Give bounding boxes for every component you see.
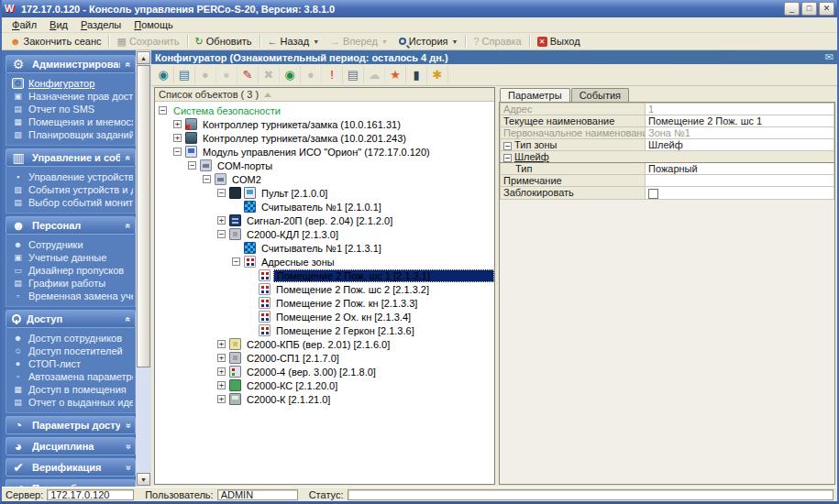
collapse-box-icon[interactable]: −: [217, 230, 226, 238]
expand-box-icon[interactable]: +: [217, 395, 226, 403]
sidebar-item[interactable]: ▭Дизайнер пропусков: [12, 264, 133, 277]
sidebar-section-1-header[interactable]: ⚙Администрирование«: [6, 55, 136, 73]
sidebar-item[interactable]: ▦Доступ в помещения: [12, 383, 133, 396]
tree-node[interactable]: −Адресные зоны: [155, 255, 494, 268]
collapse-box-icon[interactable]: −: [173, 148, 182, 156]
sidebar-item[interactable]: ▨События устройств и дейст...: [12, 183, 133, 196]
sidebar-section-7-header[interactable]: ✔Верификация«: [6, 458, 136, 477]
wizard-wand-button[interactable]: ✱: [427, 66, 448, 84]
property-value[interactable]: Зона №1: [646, 127, 834, 139]
property-group-row[interactable]: −Шлейф: [501, 151, 834, 163]
collapse-chevron-icon[interactable]: «: [124, 223, 134, 228]
menu-item-2[interactable]: Разделы: [74, 18, 127, 31]
sidebar-item[interactable]: ▤Выбор событий мониторинга: [12, 196, 133, 209]
checkbox-unchecked-icon[interactable]: [648, 189, 658, 199]
tree-node[interactable]: +Контроллер турникета/замка (10.0.161.31…: [155, 117, 494, 131]
tree-node[interactable]: Считыватель №1 [2.1.0.1]: [155, 200, 494, 214]
tree-node[interactable]: Помещение 2 Пож. кн [2.1.3.3]: [155, 296, 494, 310]
tab-параметры[interactable]: Параметры: [500, 88, 570, 102]
expand-box-icon[interactable]: +: [217, 340, 226, 348]
expand-chevron-icon[interactable]: «: [124, 465, 134, 470]
expand-box-icon[interactable]: +: [217, 216, 226, 225]
sidebar-item[interactable]: ▫Временная замена учетных ...: [12, 290, 133, 302]
sidebar-item[interactable]: ▣Назначение прав доступа о...: [12, 90, 133, 103]
sidebar-scrollbar[interactable]: ▲ ▼: [136, 50, 151, 487]
expand-box-icon[interactable]: +: [217, 367, 226, 376]
tab-события[interactable]: События: [571, 88, 629, 102]
sidebar-section-3-header[interactable]: ☻Персонал«: [6, 216, 136, 235]
tree-node[interactable]: −С2000-КДЛ [2.1.3.0]: [155, 227, 494, 241]
tree-node[interactable]: +С2000-КС [2.1.20.0]: [155, 378, 494, 392]
sidebar-item[interactable]: ☻Сотрудники: [12, 238, 133, 251]
tree-node[interactable]: Считыватель №1 [2.1.3.1]: [155, 241, 494, 255]
add-device-button[interactable]: ▤: [174, 66, 195, 84]
tree-node[interactable]: −COM2: [155, 172, 494, 186]
sidebar-item[interactable]: ☻Доступ сотрудников: [12, 332, 133, 345]
message-icon[interactable]: ✉: [825, 51, 833, 63]
scroll-up-icon[interactable]: ▲: [137, 51, 150, 64]
collapse-chevron-icon[interactable]: «: [124, 155, 134, 160]
tree-node[interactable]: +С2000-СП1 [2.1.7.0]: [155, 351, 494, 365]
tree-node[interactable]: +С2000-КПБ (вер. 2.01) [2.1.6.0]: [155, 337, 494, 351]
transfer-params-globe-button[interactable]: ◉: [280, 66, 301, 84]
toolbar-history-search-button[interactable]: История▼: [393, 35, 464, 48]
menu-item-0[interactable]: Файл: [6, 18, 43, 31]
expand-box-icon[interactable]: +: [217, 381, 226, 389]
property-value[interactable]: [646, 175, 834, 187]
sidebar-item[interactable]: ▦Помещения и мнемосхема: [12, 115, 133, 128]
property-value[interactable]: Помещение 2 Пож. шс 1: [646, 115, 834, 127]
scrollbar-thumb[interactable]: [137, 65, 150, 367]
property-value[interactable]: [646, 187, 834, 200]
tree-node[interactable]: +Сигнал-20П (вер. 2.04) [2.1.2.0]: [155, 214, 494, 227]
tree-node[interactable]: −Модуль управления ИСО "Орион" (172.17.0…: [155, 145, 494, 159]
sidebar-item[interactable]: ☺Доступ посетителей: [12, 345, 133, 357]
collapse-chevron-icon[interactable]: «: [124, 61, 134, 67]
property-value[interactable]: 1: [646, 104, 834, 115]
collapse-box-icon[interactable]: −: [203, 175, 211, 183]
expand-box-icon[interactable]: +: [173, 120, 182, 128]
sidebar-item[interactable]: ▪Управление устройствами и...: [12, 170, 133, 183]
toolbar-refresh-button[interactable]: ↻Обновить: [190, 35, 258, 48]
tree-node[interactable]: +Контроллер турникета/замка (10.0.201.24…: [155, 131, 494, 145]
sidebar-item[interactable]: ⚙Конфигуратор: [12, 77, 133, 90]
sidebar-section-8-header[interactable]: ◄Пост наблюдения«: [6, 479, 136, 487]
scroll-down-icon[interactable]: ▼: [137, 473, 150, 486]
sidebar-item[interactable]: ▧Планировщик заданий: [12, 128, 133, 141]
tree-node[interactable]: −Система безопасности: [155, 104, 494, 117]
collapse-box-icon[interactable]: −: [503, 154, 512, 162]
expand-chevron-icon[interactable]: «: [124, 486, 134, 487]
collapse-box-icon[interactable]: −: [159, 106, 167, 115]
tree-node[interactable]: Помещение 2 Пож. шс 1 [2.1.3.1]: [155, 268, 494, 282]
toolbar-logout-user-button[interactable]: ☻Закончить сеанс: [5, 35, 106, 48]
sidebar-section-6-header[interactable]: ◕Дисциплина«: [6, 437, 136, 455]
tree-node[interactable]: Помещение 2 Пож. шс 2 [2.1.3.2]: [155, 282, 494, 296]
sidebar-item[interactable]: ▣Учетные данные: [12, 251, 133, 264]
expand-chevron-icon[interactable]: «: [124, 422, 134, 428]
sidebar-item[interactable]: ▤Отчет о выданных идентиф...: [12, 396, 133, 409]
events-flag-button[interactable]: ★: [385, 66, 406, 84]
sidebar-section-5-header[interactable]: ◔Параметры доступа«: [6, 416, 136, 434]
collapse-box-icon[interactable]: −: [188, 161, 196, 170]
sidebar-item[interactable]: ▤Отчет по SMS: [12, 103, 133, 115]
toolbar-back-arrow-button[interactable]: ←Назад▼: [262, 35, 325, 48]
sidebar-item[interactable]: ●СТОП-лист: [12, 357, 133, 370]
tree-node[interactable]: +С2000-4 (вер. 3.00) [2.1.8.0]: [155, 365, 494, 378]
expand-box-icon[interactable]: +: [173, 134, 182, 142]
toolbar-exit-button[interactable]: ✕Выход: [532, 35, 586, 48]
tree-node[interactable]: −COM-порты: [155, 159, 494, 172]
tree-node[interactable]: −Пульт [2.1.0.0]: [155, 186, 494, 200]
collapse-box-icon[interactable]: −: [503, 142, 512, 150]
collapse-chevron-icon[interactable]: «: [124, 316, 134, 322]
search-devices-button[interactable]: ◉: [153, 66, 174, 84]
tree-node[interactable]: +С2000-К [2.1.21.0]: [155, 392, 494, 406]
property-value[interactable]: Пожарный: [646, 163, 834, 175]
collapse-box-icon[interactable]: −: [217, 189, 226, 197]
close-button[interactable]: ✕: [819, 2, 834, 16]
property-value[interactable]: Шлейф: [646, 139, 834, 151]
menu-item-3[interactable]: Помощь: [127, 18, 180, 31]
expand-box-icon[interactable]: +: [217, 354, 226, 362]
sidebar-section-2-header[interactable]: ▥Управление и события«: [6, 148, 136, 167]
reset-alarm-button[interactable]: !: [322, 66, 343, 84]
tree-node[interactable]: Помещение 2 Геркон [2.1.3.6]: [155, 323, 494, 337]
card-button[interactable]: ▮: [406, 66, 427, 84]
